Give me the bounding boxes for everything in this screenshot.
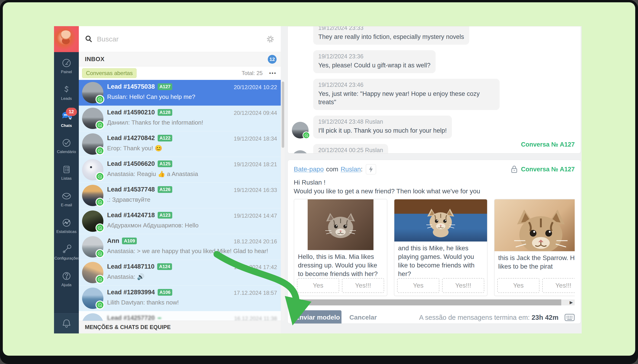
cards-horizontal-scrollbar[interactable]: ◀ ▶ <box>294 300 575 306</box>
inbox-filter-row: Conversas abertas Total: 25 ••• <box>79 66 281 80</box>
calendar-check-icon <box>61 138 72 148</box>
card-button-yes3[interactable]: Yes!!! <box>342 278 384 293</box>
quick-actions-button[interactable] <box>366 164 376 174</box>
lead-date: 19/12/2024 18:34 <box>234 136 277 142</box>
lead-avatar <box>82 108 103 129</box>
card-button-yes3[interactable]: Yes!!! <box>442 278 484 293</box>
keyboard-icon[interactable] <box>564 313 575 322</box>
lead-preview: Даниил: Thanks for the information! <box>107 119 276 126</box>
sidebar-item-ajuda[interactable]: Ajuda <box>54 266 79 292</box>
more-menu-icon[interactable]: ••• <box>269 70 277 76</box>
card-button-yes[interactable]: Yes <box>397 278 439 293</box>
lead-row[interactable]: Lead #12893994 A106 17.12.2024 18:57 Lil… <box>79 286 281 311</box>
lead-row[interactable]: Lead #14424718 A123 19/12/2024 14:47 Абд… <box>79 208 281 234</box>
mentions-team-chats-footer[interactable]: MENÇÕES & CHATS DE EQUIPE <box>79 321 281 334</box>
sidebar-item-calendario[interactable]: Calendário <box>54 132 79 159</box>
stats-icon <box>61 218 72 228</box>
sidebar-item-label: Leads <box>61 96 72 101</box>
lead-row[interactable]: Lead #14575038 A127 20/12/2024 10:22 Rus… <box>79 80 281 106</box>
template-text: Would you like to get a new friend? Then… <box>288 187 581 196</box>
lead-date: 20/12/2024 09:44 <box>234 110 277 116</box>
sidebar-item-painel[interactable]: Painel <box>54 52 79 79</box>
lead-row[interactable]: Lead #14487110 A124 18.12.2024 17:42 Ana… <box>79 260 281 286</box>
lead-preview: .: Здравствуйте <box>107 196 276 203</box>
chat-type-link[interactable]: Bate-papo <box>294 166 324 173</box>
contact-link[interactable]: Ruslan <box>341 166 361 173</box>
lead-list-panel: Buscar INBOX 12 Conversas abertas Total:… <box>79 26 281 334</box>
lead-title: Lead #14537748 A126 <box>107 186 172 193</box>
conversation-code-badge: A124 <box>157 263 172 270</box>
lead-title: Lead #14424718 A123 <box>107 212 172 219</box>
inbox-count-badge: 12 <box>268 55 277 64</box>
whatsapp-icon <box>96 249 104 258</box>
lead-preview: Ruslan: Hello! Can you help me? <box>107 93 276 100</box>
sidebar-item-configuracoes[interactable]: Configurações <box>54 239 79 266</box>
lead-row[interactable]: Ann A109 18.12.2024 20:16 Anastasia: > w… <box>79 234 281 260</box>
cat-illustration <box>417 203 464 238</box>
lead-avatar <box>82 288 103 309</box>
lead-row[interactable]: Lead #14270842 A122 19/12/2024 18:34 Его… <box>79 131 281 157</box>
search-input[interactable]: Buscar <box>97 35 266 43</box>
sidebar-item-email[interactable]: E-mail <box>54 186 79 212</box>
screenshot-stage: Painel Leads <box>0 0 638 364</box>
chat-message: 20/12/2024 00:25 Ruslan Thank you! You t… <box>313 144 388 154</box>
conversation-code-badge: A122 <box>158 135 172 142</box>
lead-list-scrollbar[interactable] <box>281 80 285 321</box>
lead-title: Lead #14270842 A122 <box>107 134 172 142</box>
sidebar-item-label: Calendário <box>57 150 76 154</box>
lead-row[interactable]: Lead #14537748 A126 19/12/2024 16:33 .: … <box>79 183 281 208</box>
lead-avatar <box>82 236 103 258</box>
card-button-yes[interactable]: Yes <box>297 278 339 293</box>
cancel-button[interactable]: Cancelar <box>349 314 377 321</box>
chat-message: 19/12/2024 23:46 Yes, just write: "Happy… <box>313 79 500 110</box>
lead-preview: Anastasia: 🔊 <box>107 273 276 280</box>
lead-row[interactable]: Lead #14590210 A128 20/12/2024 09:44 Дан… <box>79 106 281 131</box>
card-caption: this is Jack the Sparrow. He likes to be… <box>495 251 575 278</box>
notifications-section[interactable] <box>54 313 79 334</box>
filter-conversas-abertas[interactable]: Conversas abertas <box>82 68 137 78</box>
conversation-code-badge: A128 <box>158 109 172 116</box>
scroll-left-arrow[interactable]: ◀ <box>294 300 301 306</box>
lead-avatar <box>82 82 103 103</box>
message-text: Yes, please! Could u gift-wrap it as wel… <box>318 61 431 70</box>
wrench-icon <box>61 244 72 255</box>
sidebar-item-leads[interactable]: Leads <box>54 79 79 106</box>
whatsapp-icon <box>96 121 104 130</box>
scroll-right-arrow[interactable]: ▶ <box>568 300 575 306</box>
gear-icon[interactable] <box>266 35 275 44</box>
dollar-icon <box>61 84 72 95</box>
sidebar-item-label: Ajuda <box>61 283 71 287</box>
template-card-jack: this is Jack the Sparrow. He likes to be… <box>494 199 575 296</box>
lead-list-scrollbar-thumb[interactable] <box>282 82 284 148</box>
lead-preview: Anastasia: > we are happy that you liked… <box>107 248 276 255</box>
cat-illustration <box>504 202 575 251</box>
user-avatar[interactable] <box>54 26 79 52</box>
conversation-code-badge: A125 <box>158 160 172 167</box>
contact-avatar <box>292 122 309 138</box>
lead-preview: Lilith Davtyan: thanks now! <box>107 299 276 306</box>
lock-icon <box>511 165 518 174</box>
composer-footer: Enviar modelo Cancelar A sessão de mensa… <box>294 310 575 324</box>
lead-title: Lead #14257720 <box>107 314 161 321</box>
inbox-header: INBOX 12 <box>79 52 281 66</box>
sidebar-item-chats[interactable]: 12 Chats <box>54 106 79 132</box>
sidebar-item-estatisticas[interactable]: Estatísticas <box>54 212 79 239</box>
sidebar-item-label: Chats <box>61 124 72 128</box>
scrollbar-thumb[interactable] <box>302 300 561 306</box>
send-template-button[interactable]: Enviar modelo <box>294 310 341 324</box>
template-card-mia: Hello, this is Mia. Mia likes dressing u… <box>294 199 387 296</box>
search-bar[interactable]: Buscar <box>79 26 281 52</box>
sidebar-item-listas[interactable]: Listas <box>54 159 79 186</box>
lead-date: 18.12.2024 20:16 <box>234 238 277 245</box>
message-text: Yes, just write: "Happy new year! Hope u… <box>318 90 495 106</box>
lead-row[interactable]: Lead #14506620 A125 19/12/2024 18:21 Ana… <box>79 157 281 183</box>
card-button-yes[interactable]: Yes <box>497 278 539 293</box>
bell-icon <box>61 318 72 329</box>
question-icon <box>61 271 72 281</box>
cat-photo-mia <box>294 199 387 250</box>
total-count: Total: 25 <box>242 70 263 76</box>
card-button-yes3[interactable]: Yes!!! <box>542 278 575 293</box>
lead-avatar <box>82 313 103 321</box>
conversation-code-badge: A126 <box>158 186 172 193</box>
lead-row[interactable]: Lead #14257720 16.12.2024 11:38 <box>79 311 281 321</box>
